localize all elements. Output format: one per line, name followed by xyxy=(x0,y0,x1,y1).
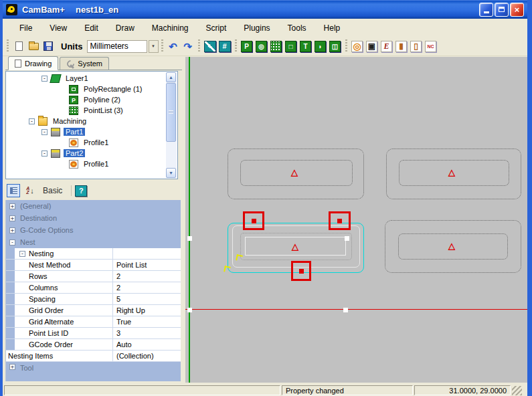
menu-tools[interactable]: Tools xyxy=(279,21,315,35)
tree-node-pointlist[interactable]: PointList (3) xyxy=(6,105,177,116)
menu-help[interactable]: Help xyxy=(315,21,349,35)
open-file-button[interactable] xyxy=(26,39,41,54)
alphabetical-sort-button[interactable]: AZ ↓ xyxy=(23,184,37,197)
show-grid-button[interactable]: # xyxy=(217,39,232,54)
category-destination[interactable]: + Destination xyxy=(6,212,181,224)
status-message: Property changed xyxy=(282,385,413,395)
selection-handle[interactable] xyxy=(345,236,349,241)
categorized-view-button[interactable] xyxy=(7,184,20,197)
category-general[interactable]: + (General) xyxy=(6,200,181,212)
menu-plugins[interactable]: Plugins xyxy=(235,21,278,35)
property-row-nesting[interactable]: - Nesting xyxy=(6,248,181,260)
selection-handle[interactable] xyxy=(187,236,192,241)
collapse-icon[interactable]: - xyxy=(41,76,48,82)
category-nest[interactable]: - Nest xyxy=(6,236,181,248)
property-row-nest-method[interactable]: Nest Method Point List xyxy=(6,260,181,271)
scroll-up-icon[interactable]: ▲ xyxy=(166,72,176,82)
machine-lathe-button[interactable]: ▯ xyxy=(409,39,424,54)
scrollbar-thumb[interactable] xyxy=(166,83,176,142)
save-button[interactable] xyxy=(41,39,56,54)
undo-button[interactable]: ↶ xyxy=(166,39,181,54)
expand-icon[interactable]: + xyxy=(9,364,15,370)
pointlist-marker[interactable] xyxy=(291,261,311,281)
menu-machining[interactable]: Machining xyxy=(143,21,197,35)
draw-circle-button[interactable]: ◎ xyxy=(254,39,269,54)
menu-edit[interactable]: Edit xyxy=(76,21,107,35)
collapse-icon[interactable]: - xyxy=(41,151,48,157)
menu-view[interactable]: View xyxy=(41,21,76,35)
expand-icon[interactable]: + xyxy=(9,203,15,209)
redo-icon: ↷ xyxy=(183,41,192,52)
arc-icon: ◗ xyxy=(315,41,326,52)
new-file-button[interactable] xyxy=(11,39,26,54)
tree-node-machining[interactable]: - Machining xyxy=(6,116,177,126)
left-panel-tabs: Drawing System xyxy=(5,56,182,70)
tree-node-polyline[interactable]: P Polyline (2) xyxy=(6,94,177,105)
snap-to-point-button[interactable]: + xyxy=(203,39,217,54)
toolbar-grip[interactable] xyxy=(7,39,9,53)
category-gutter xyxy=(6,271,15,282)
toolbar-grip[interactable] xyxy=(161,39,163,53)
expand-icon[interactable]: + xyxy=(9,215,15,221)
menu-draw[interactable]: Draw xyxy=(107,21,143,35)
origin-triangle-marker: △ xyxy=(448,168,455,177)
collapse-icon[interactable]: - xyxy=(41,129,48,135)
machine-pocket-button[interactable]: ▣ xyxy=(365,39,379,54)
draw-pointlist-button[interactable] xyxy=(269,39,284,54)
close-button[interactable]: × xyxy=(510,3,524,17)
property-row-grid-alternate[interactable]: Grid Alternate True xyxy=(6,316,181,328)
tree-node-part1[interactable]: - Part1 xyxy=(6,126,177,137)
draw-rectangle-button[interactable]: □ xyxy=(284,39,298,54)
maximize-button[interactable] xyxy=(495,3,509,17)
pointlist-marker[interactable] xyxy=(329,211,351,230)
collapse-icon[interactable]: - xyxy=(9,239,15,245)
draw-arc-button[interactable]: ◗ xyxy=(313,39,328,54)
draw-polyline-button[interactable]: P xyxy=(240,39,254,54)
collapse-icon[interactable]: - xyxy=(29,118,35,124)
tree-node-layer1[interactable]: - Layer1 xyxy=(6,73,177,84)
selection-handle[interactable] xyxy=(187,308,192,312)
property-row-point-list-id[interactable]: Point List ID 3 xyxy=(6,328,181,339)
tree-node-part2-profile1[interactable]: Profile1 xyxy=(6,159,177,169)
menu-file[interactable]: File xyxy=(11,21,41,35)
category-gcode-options[interactable]: + G-Code Options xyxy=(6,224,181,236)
property-row-nesting-items[interactable]: Nesting Items (Collection) xyxy=(6,351,181,362)
pointlist-marker[interactable] xyxy=(243,211,264,230)
property-row-grid-order[interactable]: Grid Order Right Up xyxy=(6,305,181,316)
property-row-gcode-order[interactable]: GCode Order Auto xyxy=(6,339,181,351)
expand-icon[interactable]: + xyxy=(9,227,15,233)
drawing-canvas[interactable]: △ △ △ △ xyxy=(185,57,527,383)
tree-node-part1-profile1[interactable]: Profile1 xyxy=(6,137,177,148)
category-tool[interactable]: + Tool xyxy=(6,362,181,381)
units-value[interactable]: Millimeters xyxy=(87,40,147,53)
toolbar-grip[interactable] xyxy=(345,39,347,53)
combo-dropdown-button[interactable]: ▼ xyxy=(149,40,159,53)
toolbar-grip[interactable] xyxy=(198,39,200,53)
property-row-columns[interactable]: Columns 2 xyxy=(6,282,181,294)
help-button[interactable]: ? xyxy=(75,185,87,197)
menu-script[interactable]: Script xyxy=(197,21,236,35)
toolbar-grip[interactable] xyxy=(235,39,237,53)
resize-grip[interactable] xyxy=(512,386,522,395)
tab-system[interactable]: System xyxy=(60,57,109,70)
save-floppy-icon xyxy=(43,41,53,51)
property-row-rows[interactable]: Rows 2 xyxy=(6,271,181,282)
machine-profile-button[interactable]: ◎ xyxy=(350,39,365,54)
tab-drawing[interactable]: Drawing xyxy=(8,56,58,70)
scroll-down-icon[interactable]: ▼ xyxy=(166,168,176,178)
tree-scrollbar[interactable]: ▲ ▼ xyxy=(166,72,177,178)
tree-node-part2[interactable]: - Part2 xyxy=(6,148,177,159)
minimize-button[interactable] xyxy=(479,3,493,17)
selection-handle[interactable] xyxy=(343,308,348,312)
basic-mode-label[interactable]: Basic xyxy=(43,186,62,195)
redo-button[interactable]: ↷ xyxy=(181,39,195,54)
draw-text-button[interactable]: T xyxy=(298,39,313,54)
tree-node-polyrectangle[interactable]: PolyRectangle (1) xyxy=(6,84,177,94)
units-combobox[interactable]: Millimeters ▼ xyxy=(87,40,159,53)
collapse-icon[interactable]: - xyxy=(19,251,25,257)
machine-drill-button[interactable]: ▮ xyxy=(394,39,409,54)
machine-engrave-button[interactable]: E xyxy=(379,39,394,54)
property-row-spacing[interactable]: Spacing 5 xyxy=(6,294,181,305)
generate-gcode-button[interactable]: NC xyxy=(424,39,438,54)
draw-surface-button[interactable]: ◫ xyxy=(328,39,343,54)
